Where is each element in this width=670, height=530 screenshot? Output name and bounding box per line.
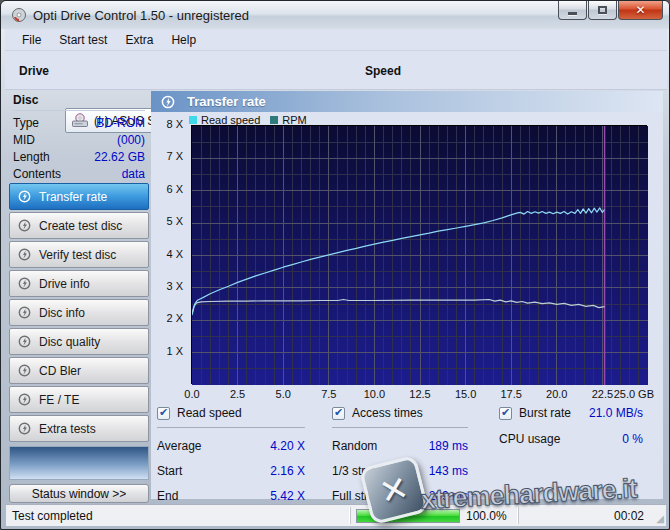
result-row-start: Start 2.16 X <box>157 464 305 478</box>
x-tick-label: 17.5 <box>487 388 535 400</box>
x-tick-label: 2.5 <box>214 388 262 400</box>
access-times-checkbox-label: Access times <box>352 406 423 420</box>
disc-bolt-icon <box>18 422 31 435</box>
menu-file[interactable]: File <box>13 30 50 50</box>
x-tick-label: 20.0 <box>533 388 581 400</box>
transfer-rate-plot <box>191 125 647 384</box>
sidebar-item-label: Disc quality <box>39 335 100 349</box>
y-tick-label: 3 X <box>149 280 183 292</box>
sidebar-item-extra-tests[interactable]: Extra tests <box>9 415 149 442</box>
menu-bar: File Start test Extra Help <box>5 29 667 51</box>
y-tick-label: 1 X <box>149 345 183 357</box>
sidebar-item-fe-te[interactable]: FE / TE <box>9 386 149 413</box>
disc-type-label: Type <box>13 115 39 132</box>
disc-mid-label: MID <box>13 132 35 149</box>
y-tick-label: 4 X <box>149 248 183 260</box>
disc-bolt-icon <box>18 364 31 377</box>
result-label: 1/3 stroke <box>332 464 385 478</box>
disc-header: Disc <box>13 93 145 111</box>
sidebar-item-disc-info[interactable]: Disc info <box>9 299 149 326</box>
sidebar-item-cd-bler[interactable]: CD Bler <box>9 357 149 384</box>
menu-extra[interactable]: Extra <box>116 30 162 50</box>
group-separator <box>157 427 305 428</box>
sidebar-item-label: Disc info <box>39 306 85 320</box>
disc-contents-label: Contents <box>13 166 61 183</box>
drive-label: Drive <box>19 64 49 78</box>
minimize-button[interactable] <box>558 1 587 20</box>
status-window-button[interactable]: Status window >> <box>9 484 149 503</box>
statusbar-divider <box>350 507 351 524</box>
close-icon: ✕ <box>635 3 645 17</box>
sidebar-item-drive-info[interactable]: Drive info <box>9 270 149 297</box>
chart-title: Transfer rate <box>187 94 266 109</box>
maximize-icon <box>598 6 607 14</box>
app-window: Opti Drive Control 1.50 - unregistered ✕… <box>0 0 670 530</box>
sidebar-item-verify-test-disc[interactable]: Verify test disc <box>9 241 149 268</box>
result-label: End <box>157 489 178 503</box>
progress-bar <box>356 509 460 523</box>
disc-row-contents: Contents data <box>13 166 145 183</box>
x-tick-label: 10.0 <box>350 388 398 400</box>
result-row-one-third-stroke: 1/3 stroke 143 ms <box>332 464 468 478</box>
resize-grip-icon[interactable]: ◢ <box>656 513 664 524</box>
read-speed-checkbox[interactable] <box>157 407 170 420</box>
result-label: CPU usage <box>499 432 560 446</box>
result-value: 4.20 X <box>270 439 305 453</box>
menu-help[interactable]: Help <box>162 30 205 50</box>
x-axis-labels: 0.02.55.07.510.012.515.017.520.022.525.0… <box>192 388 648 402</box>
read-speed-checkbox-label: Read speed <box>177 406 242 420</box>
x-tick-label: 0.0 <box>168 388 216 400</box>
disc-bolt-icon <box>161 95 175 109</box>
speed-label: Speed <box>365 64 401 78</box>
disc-bolt-icon <box>18 219 31 232</box>
access-times-group: Access times Random 189 ms 1/3 stroke 14… <box>332 405 468 503</box>
disc-bolt-icon <box>18 335 31 348</box>
result-value: 143 ms <box>429 464 468 478</box>
window-title: Opti Drive Control 1.50 - unregistered <box>33 8 249 23</box>
disc-bolt-icon <box>18 190 31 203</box>
y-tick-label: 6 X <box>149 183 183 195</box>
result-value: 0 % <box>622 432 643 446</box>
result-label: Average <box>157 439 201 453</box>
disc-row-length: Length 22.62 GB <box>13 149 145 166</box>
result-label: Random <box>332 439 377 453</box>
statusbar-divider <box>518 507 519 524</box>
disc-length-label: Length <box>13 149 50 166</box>
close-button[interactable]: ✕ <box>618 1 663 20</box>
result-label: Full stroke <box>332 489 387 503</box>
burst-rate-checkbox-label: Burst rate <box>519 406 571 420</box>
read-speed-group: Read speed Average 4.20 X Start 2.16 X E… <box>157 405 305 503</box>
menu-start-test[interactable]: Start test <box>50 30 116 50</box>
burst-rate-checkbox[interactable] <box>499 407 512 420</box>
sidebar-item-disc-quality[interactable]: Disc quality <box>9 328 149 355</box>
disc-mid-value: (000) <box>117 132 145 149</box>
result-value: 2.16 X <box>270 464 305 478</box>
app-icon <box>11 7 27 23</box>
disc-bolt-icon <box>18 248 31 261</box>
result-value: 5.42 X <box>270 489 305 503</box>
toolbar: Drive (I:) ASUS SBW-06C1S-U C101 Speed 6… <box>5 51 667 90</box>
disc-row-type: Type BD-ROM <box>13 115 145 132</box>
result-row-average: Average 4.20 X <box>157 439 305 453</box>
sidebar-item-transfer-rate[interactable]: Transfer rate <box>9 183 149 210</box>
disc-bolt-icon <box>18 306 31 319</box>
access-times-checkbox[interactable] <box>332 407 345 420</box>
y-tick-label: 8 X <box>149 118 183 130</box>
x-tick-label: 12.5 <box>396 388 444 400</box>
results-panel: Read speed Average 4.20 X Start 2.16 X E… <box>151 403 663 499</box>
y-tick-label: 5 X <box>149 215 183 227</box>
maximize-button[interactable] <box>588 1 617 20</box>
sidebar-item-label: FE / TE <box>39 393 79 407</box>
result-row-cpu-usage: CPU usage 0 % <box>499 432 643 446</box>
disc-row-mid: MID (000) <box>13 132 145 149</box>
sidebar-item-label: Drive info <box>39 277 90 291</box>
progress-bar-fill <box>357 510 459 522</box>
plot-svg <box>192 126 648 385</box>
x-tick-label: 25.0 GB <box>614 388 654 400</box>
minimize-icon <box>568 12 577 15</box>
legend-swatch-rpm <box>270 116 278 124</box>
sidebar-item-label: Verify test disc <box>39 248 116 262</box>
sidebar-item-create-test-disc[interactable]: Create test disc <box>9 212 149 239</box>
title-bar[interactable]: Opti Drive Control 1.50 - unregistered ✕ <box>1 1 670 29</box>
disc-length-value: 22.62 GB <box>94 149 145 166</box>
